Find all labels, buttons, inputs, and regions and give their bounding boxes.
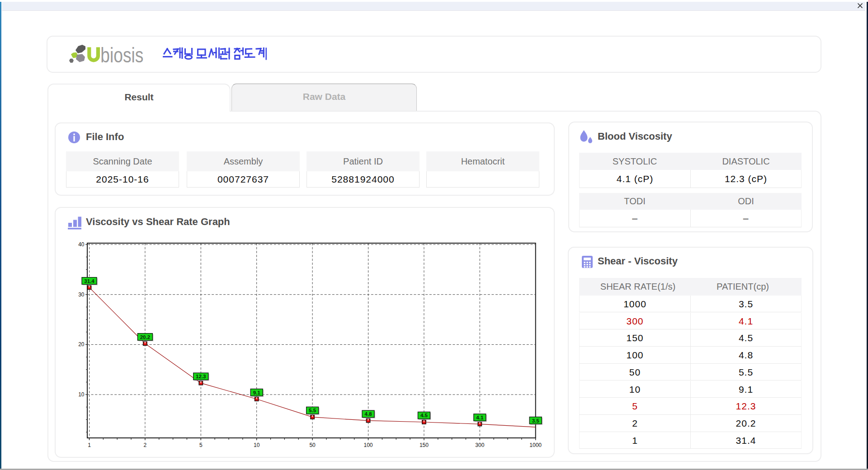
svg-text:4.8: 4.8: [365, 411, 373, 417]
svg-text:20: 20: [78, 341, 85, 348]
svg-text:2: 2: [144, 442, 147, 448]
svg-text:3.5: 3.5: [532, 418, 540, 423]
svg-text:10: 10: [78, 391, 85, 398]
svg-text:30: 30: [78, 291, 85, 298]
svg-text:50: 50: [309, 442, 316, 448]
svg-text:40: 40: [78, 241, 85, 248]
svg-text:1000: 1000: [529, 442, 542, 448]
svg-text:100: 100: [363, 442, 373, 448]
svg-text:4.1: 4.1: [476, 415, 484, 420]
svg-text:5: 5: [199, 442, 203, 448]
svg-text:12.3: 12.3: [196, 374, 206, 379]
svg-text:1: 1: [88, 442, 91, 448]
svg-text:9.1: 9.1: [253, 390, 261, 395]
svg-text:300: 300: [475, 442, 484, 448]
svg-text:31.4: 31.4: [84, 278, 94, 284]
svg-text:4.5: 4.5: [420, 413, 428, 418]
svg-text:5.5: 5.5: [309, 408, 316, 413]
svg-text:150: 150: [420, 442, 429, 448]
svg-text:10: 10: [254, 442, 260, 448]
svg-text:biosis: biosis: [100, 43, 143, 66]
svg-text:20.2: 20.2: [140, 334, 150, 340]
